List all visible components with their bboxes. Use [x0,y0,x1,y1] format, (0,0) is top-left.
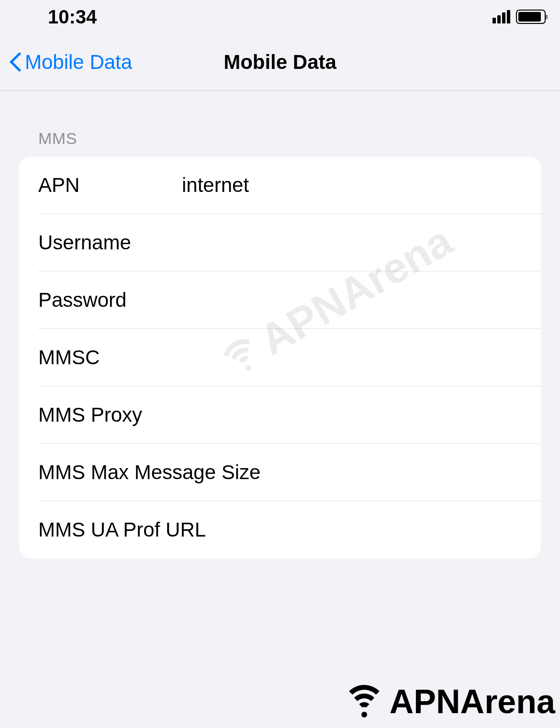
input-mms-max[interactable] [260,461,522,484]
row-mmsc[interactable]: MMSC [19,329,541,386]
cellular-signal-icon [493,10,510,23]
row-apn[interactable]: APN [19,157,541,214]
wifi-icon [343,685,386,718]
label-mms-proxy: MMS Proxy [38,403,182,426]
page-title: Mobile Data [224,51,336,74]
section-header-mms: MMS [38,129,541,148]
row-username[interactable]: Username [19,214,541,271]
navigation-bar: Mobile Data Mobile Data [0,34,560,91]
watermark-text: APNArena [390,683,555,721]
row-password[interactable]: Password [19,271,541,329]
battery-icon [516,10,546,24]
input-apn[interactable] [182,174,522,197]
status-indicators [493,10,546,24]
back-button[interactable]: Mobile Data [0,51,132,74]
input-username[interactable] [182,231,522,254]
row-mms-max[interactable]: MMS Max Message Size [19,444,541,501]
label-username: Username [38,231,182,254]
label-mmsc: MMSC [38,346,182,369]
settings-group-mms: APN Username Password MMSC MMS Proxy MMS… [19,157,541,559]
input-password[interactable] [182,289,522,312]
label-mms-ua: MMS UA Prof URL [38,518,206,541]
back-button-label: Mobile Data [25,51,132,74]
input-mms-ua[interactable] [206,518,522,541]
row-mms-proxy[interactable]: MMS Proxy [19,386,541,444]
watermark-bottom: APNArena [343,683,555,721]
status-time: 10:34 [48,6,97,28]
content-area: MMS APN Username Password MMSC MMS Proxy… [0,91,560,559]
input-mms-proxy[interactable] [182,403,522,426]
label-password: Password [38,289,182,312]
input-mmsc[interactable] [182,346,522,369]
label-apn: APN [38,174,182,197]
row-mms-ua[interactable]: MMS UA Prof URL [19,501,541,559]
chevron-left-icon [10,53,21,72]
status-bar: 10:34 [0,0,560,34]
label-mms-max: MMS Max Message Size [38,461,260,484]
